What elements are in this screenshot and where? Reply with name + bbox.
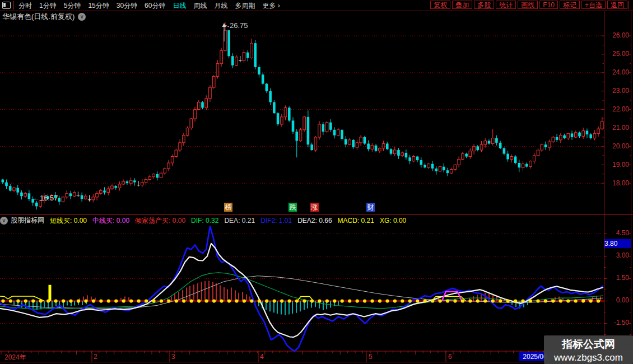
price-tick-label: 20.00 (606, 142, 629, 150)
indicator-site-name: 股朋指标网 (11, 216, 44, 225)
tab-fenshi[interactable]: 分时 (18, 1, 32, 11)
indicator-label-row: ∨ 股朋指标网 短线买: 0.00中线买: 0.00倾家荡产买: 0.00DIF… (0, 216, 602, 225)
axis-label-month: 6 (448, 353, 452, 361)
tab-more[interactable]: 更多 › (262, 1, 280, 11)
duogu-button[interactable]: 多股 (474, 1, 494, 9)
axis-label-month: 4 (260, 353, 264, 361)
period-tab-list: 分时 1分钟 5分钟 15分钟 30分钟 60分钟 日线 周线 月线 多周期 更… (18, 1, 280, 11)
price-tick-label: 25.00 (606, 50, 629, 58)
chart-canvas[interactable] (0, 0, 633, 364)
axis-label-year: 2024年 (4, 353, 26, 362)
fuquan-button[interactable]: 复权 (430, 1, 450, 9)
watermark-url: www.zbgs3.com (544, 352, 633, 363)
huaxian-button[interactable]: 画线 (518, 1, 538, 9)
axis-label-month: 2 (94, 353, 97, 361)
site-watermark: 指标公式网 www.zbgs3.com (544, 335, 633, 364)
tab-15min[interactable]: 15分钟 (88, 1, 109, 11)
action-button-list: 复权 叠加 多股 统计 画线 F10 标记 +自选 返回 (430, 1, 627, 9)
window-panel-icon[interactable] (2, 2, 11, 9)
tab-daily[interactable]: 日线 (173, 1, 186, 11)
price-tick-label: 21.00 (606, 124, 629, 132)
f10-button[interactable]: F10 (539, 1, 558, 9)
biaoji-button[interactable]: 标记 (560, 1, 580, 9)
price-tick-label: 26.00 (606, 31, 629, 39)
price-tick-label: 19.00 (606, 161, 629, 169)
tab-5min[interactable]: 5分钟 (64, 1, 81, 11)
chevron-down-icon[interactable]: ∨ (78, 13, 86, 21)
indicator-value-pair: DEA: 0.21 (224, 217, 255, 225)
indicator-value-pair: DEA2: 0.66 (297, 217, 332, 225)
signal-marker-cai: 财 (366, 203, 375, 212)
chart-titlebar: 华锡有色(日线.前复权) ∨ (2, 12, 86, 22)
tab-30min[interactable]: 30分钟 (117, 1, 137, 11)
diejia-button[interactable]: 叠加 (452, 1, 472, 9)
indicator-value-pair: XG: 0.00 (380, 217, 406, 225)
signal-marker-bang: 榜 (224, 203, 232, 212)
indicator-value-pair: MACD: 0.21 (338, 217, 374, 225)
top-toolbar: 分时 1分钟 5分钟 15分钟 30分钟 60分钟 日线 周线 月线 多周期 更… (0, 0, 633, 11)
indicator-value-pair: 倾家荡产买: 0.00 (135, 217, 185, 225)
tab-multiperiod[interactable]: 多周期 (235, 1, 255, 11)
signal-marker-zhang: 涨 (310, 203, 319, 212)
indicator-value-pair: DIF: 0.32 (191, 217, 218, 225)
add-watchlist-button[interactable]: +自选 (581, 1, 606, 9)
peak-price-annotation: 26.75 (230, 21, 248, 30)
chevron-down-icon[interactable]: ∨ (0, 217, 8, 225)
price-tick-label: 18.00 (606, 179, 629, 187)
tab-weekly[interactable]: 周线 (193, 1, 207, 11)
watermark-title: 指标公式网 (544, 337, 633, 352)
indicator-tick-label: 1.50 (606, 274, 629, 282)
price-tick-label: 23.00 (606, 87, 629, 95)
indicator-values: 短线买: 0.00中线买: 0.00倾家荡产买: 0.00DIF: 0.32DE… (44, 215, 406, 226)
indicator-peak-value-box: 3.80 (604, 239, 631, 248)
tongji-button[interactable]: 统计 (496, 1, 516, 9)
stock-app-window: 分时 1分钟 5分钟 15分钟 30分钟 60分钟 日线 周线 月线 多周期 更… (0, 0, 633, 364)
indicator-tick-label: 4.50 (606, 229, 629, 237)
price-tick-label: 24.00 (606, 68, 629, 76)
indicator-value-pair: DIF2: 1.01 (260, 217, 292, 225)
indicator-value-pair: 中线买: 0.00 (92, 217, 129, 225)
price-tick-label: 22.00 (606, 105, 629, 113)
signal-marker-die: 跌 (288, 203, 297, 212)
indicator-tick-label: 0.00 (606, 296, 629, 304)
tab-monthly[interactable]: 月线 (214, 1, 227, 11)
indicator-value-pair: 短线买: 0.00 (50, 217, 87, 225)
axis-label-month: 5 (369, 353, 373, 361)
tab-1min[interactable]: 1分钟 (39, 1, 57, 11)
low-price-annotation: ←16.57 (32, 194, 58, 202)
tab-60min[interactable]: 60分钟 (145, 1, 165, 11)
axis-label-month: 3 (171, 353, 175, 361)
back-button[interactable]: 返回 (607, 1, 627, 9)
stock-title: 华锡有色(日线.前复权) (2, 12, 75, 22)
indicator-tick-label: -1.50 (606, 319, 629, 326)
indicator-tick-label: 3.00 (606, 251, 629, 259)
